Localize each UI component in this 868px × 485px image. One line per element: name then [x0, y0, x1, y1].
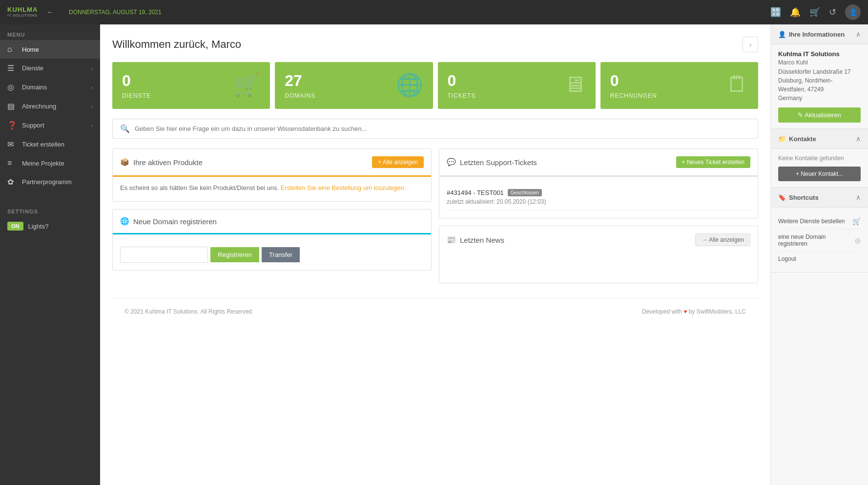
chevron-right-icon: ›: [91, 84, 93, 90]
chevron-right-icon: ›: [91, 65, 93, 71]
sidebar-item-ticket[interactable]: ✉ Ticket erstellen: [0, 135, 100, 154]
no-product-link[interactable]: Erstellen Sie eine Bestellung um loszule…: [281, 184, 406, 191]
translate-icon[interactable]: 🔡: [770, 7, 781, 18]
globe-icon: 🌐: [120, 217, 129, 226]
tickets-panel-title: 💬 Letzten Support-Tickets: [447, 158, 537, 167]
news-all-btn-label: → Alle anzeigen: [702, 236, 744, 243]
shortcuts-body: Weitere Dienste bestellen 🛒 eine neue Do…: [771, 208, 868, 272]
shortcuts-title: 🔖 Shortcuts: [778, 194, 819, 201]
sidebar-label-ticket: Ticket erstellen: [22, 141, 93, 148]
avatar[interactable]: 👤: [845, 4, 861, 20]
stat-number-domains: 27: [285, 72, 315, 90]
ihre-info-title: 👤 Ihre Informationen: [778, 31, 845, 38]
produkte-alle-button[interactable]: + Alle anzeigen: [372, 156, 424, 168]
logo[interactable]: KUHLMA IT SOLUTIONS: [7, 6, 46, 18]
tickets-panel-header: 💬 Letzten Support-Tickets + Neues Ticket…: [439, 149, 758, 177]
collapse-kontakte-icon[interactable]: ∧: [856, 135, 861, 143]
register-button[interactable]: Registrieren: [210, 247, 259, 262]
produkte-panel-body: Es scheint so als hätten Sie kein Produk…: [113, 177, 431, 201]
sidebar-item-projekte[interactable]: ≡ Meine Projekte: [0, 154, 100, 172]
back-button[interactable]: ←: [46, 8, 54, 17]
news-title-text: Letzten News: [460, 236, 504, 244]
content-area: Willkommen zurück, Marco › 0 DIENSTE 🛒 2…: [100, 24, 770, 485]
stat-label-rechnungen: RECHNUNGEN: [610, 92, 657, 99]
cart-icon[interactable]: 🛒: [809, 7, 820, 18]
domain-panel: 🌐 Neue Domain registrieren Registrieren: [112, 209, 432, 271]
home-icon: ⌂: [7, 45, 17, 54]
sidebar-item-partner[interactable]: ✿ Partnerprogramm: [0, 172, 100, 191]
new-ticket-button[interactable]: + Neues Ticket erstellen: [676, 156, 750, 168]
collapse-icon[interactable]: ∧: [856, 30, 861, 38]
stat-card-tickets[interactable]: 0 TICKETS 🖥: [438, 62, 596, 109]
dienste-icon: ☰: [7, 63, 17, 73]
sidebar-item-abrechnung[interactable]: ▤ Abrechnung ›: [0, 97, 100, 116]
topbar-icons: 🔡 🔔 🛒 ↺ 👤: [770, 4, 861, 20]
ticket-header: #431494 - TEST001 Geschlossen: [447, 189, 750, 196]
neuer-kontakt-button[interactable]: + Neuer Kontakt...: [778, 167, 861, 181]
no-contacts-text: Keine Kontakte gefunden: [778, 155, 861, 162]
heart-icon: ♥: [683, 308, 688, 315]
welcome-title: Willkommen zurück, Marco: [112, 38, 241, 51]
collapse-shortcuts-icon[interactable]: ∧: [856, 193, 861, 201]
projekte-icon: ≡: [7, 159, 17, 168]
lights-toggle[interactable]: ON: [7, 222, 23, 231]
transfer-button[interactable]: Transfer: [262, 247, 300, 262]
stat-icon-tickets: 🖥: [564, 72, 586, 97]
bell-icon[interactable]: 🔔: [790, 7, 801, 18]
domain-input[interactable]: [120, 247, 208, 263]
shortcut-item-logout[interactable]: Logout: [778, 252, 861, 266]
sidebar-label-abrechnung: Abrechnung: [22, 103, 86, 110]
new-ticket-btn-label: + Neues Ticket erstellen: [682, 159, 744, 166]
shortcut-label-logout: Logout: [778, 255, 796, 262]
ticket-item[interactable]: #431494 - TEST001 Geschlossen zuletzt ak…: [447, 184, 750, 211]
right-panel: 👤 Ihre Informationen ∧ Kuhlma IT Solutio…: [770, 24, 868, 485]
shortcut-label-dienste: Weitere Dienste bestellen: [778, 218, 845, 225]
news-all-button[interactable]: → Alle anzeigen: [695, 233, 750, 246]
shortcut-item-domain[interactable]: eine neue Domain registrieren ◎: [778, 230, 861, 252]
sidebar-item-dienste[interactable]: ☰ Dienste ›: [0, 59, 100, 78]
sidebar-item-domains[interactable]: ◎ Domains ›: [0, 78, 100, 97]
shortcut-icon-dienste: 🛒: [852, 217, 861, 225]
lights-label: Lights?: [28, 223, 49, 230]
domain-title-text: Neue Domain registrieren: [133, 217, 217, 226]
two-col-panels: 📦 Ihre aktiven Produkte + Alle anzeigen …: [112, 148, 758, 291]
topbar: KUHLMA IT SOLUTIONS ← DONNERSTAG, AUGUST…: [0, 0, 868, 24]
produkte-title-text: Ihre aktiven Produkte: [133, 158, 203, 167]
settings-label: SETTINGS: [0, 201, 100, 217]
stat-card-domains[interactable]: 27 DOMAINS 🌐: [275, 62, 433, 109]
aktualisieren-button[interactable]: ✎ Aktualisieren: [778, 107, 861, 123]
ticket-icon: ✉: [7, 140, 17, 149]
user-icon: 👤: [778, 31, 786, 38]
domains-icon: ◎: [7, 83, 17, 92]
content-inner: Willkommen zurück, Marco › 0 DIENSTE 🛒 2…: [100, 24, 770, 485]
domain-input-row: Registrieren Transfer: [120, 247, 424, 263]
menu-label: MENU: [0, 24, 100, 40]
ticket-id: #431494 - TEST001: [447, 189, 504, 196]
stat-label-domains: DOMAINS: [285, 92, 315, 99]
col-right: 💬 Letzten Support-Tickets + Neues Ticket…: [439, 148, 758, 291]
abrechnung-icon: ▤: [7, 102, 17, 111]
welcome-next-button[interactable]: ›: [743, 37, 758, 52]
produkte-panel-header: 📦 Ihre aktiven Produkte + Alle anzeigen: [113, 149, 431, 177]
news-icon: 📰: [447, 235, 456, 244]
tickets-panel: 💬 Letzten Support-Tickets + Neues Ticket…: [439, 148, 758, 218]
stat-card-dienste[interactable]: 0 DIENSTE 🛒: [112, 62, 270, 109]
sidebar-item-support[interactable]: ❓ Support ›: [0, 116, 100, 135]
shortcut-label-domain: eine neue Domain registrieren: [778, 233, 855, 247]
stat-card-rechnungen[interactable]: 0 RECHNUNGEN 🗒: [600, 62, 758, 109]
sidebar-item-home[interactable]: ⌂ Home: [0, 40, 100, 59]
chevron-right-icon: ›: [91, 104, 93, 109]
refresh-icon[interactable]: ↺: [829, 7, 836, 18]
neuer-kontakt-label: + Neuer Kontakt...: [796, 170, 843, 177]
news-panel-header: 📰 Letzten News → Alle anzeigen: [439, 226, 758, 253]
domain-panel-header: 🌐 Neue Domain registrieren: [113, 210, 431, 234]
bookmark-icon: 🔖: [778, 194, 786, 201]
shortcut-item-dienste[interactable]: Weitere Dienste bestellen 🛒: [778, 213, 861, 230]
news-panel-body: [439, 253, 758, 283]
shortcuts-section: 🔖 Shortcuts ∧ Weitere Dienste bestellen …: [771, 188, 868, 273]
kontakte-section: 📁 Kontakte ∧ Keine Kontakte gefunden + N…: [771, 129, 868, 188]
tickets-panel-body: #431494 - TEST001 Geschlossen zuletzt ak…: [439, 177, 758, 218]
stat-number-rechnungen: 0: [610, 72, 657, 90]
footer-left: © 2021 Kuhlma IT Solutions. All Rights R…: [124, 308, 253, 315]
search-input[interactable]: [135, 125, 750, 132]
